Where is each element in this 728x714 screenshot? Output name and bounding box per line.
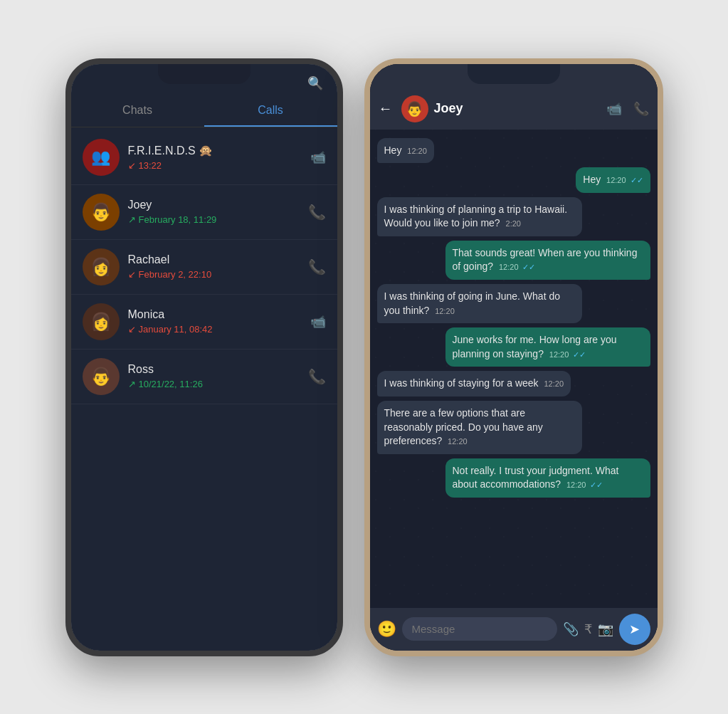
send-button[interactable]: ➤: [619, 614, 650, 645]
avatar-monica: 👩: [83, 303, 120, 340]
call-info-monica: Monica ↙ January 11, 08:42: [128, 308, 302, 335]
chat-input-bar: 🙂 📎 ₹ 📷 ➤: [370, 608, 658, 651]
msg-1: Hey 12:20: [377, 138, 434, 164]
right-phone: ← 👨 Joey 📹 📞 Hey 12:20 Hey 12:20 ✓✓: [364, 58, 663, 656]
call-item-friends[interactable]: 👥 F.R.I.E.N.D.S 🙊 ↙ 13:22 📹: [71, 130, 337, 185]
rupee-icon[interactable]: ₹: [584, 621, 592, 637]
chat-screen: ← 👨 Joey 📹 📞 Hey 12:20 Hey 12:20 ✓✓: [370, 64, 658, 651]
phone-call-icon-rachael[interactable]: 📞: [308, 258, 326, 275]
call-info-ross: Ross ↗ 10/21/22, 11:26: [128, 363, 300, 389]
msg-5-time: 12:20: [435, 307, 455, 315]
call-item-rachael[interactable]: 👩 Rachael ↙ February 2, 22:10 📞: [71, 240, 337, 295]
message-input[interactable]: [402, 617, 557, 641]
msg-7: I was thinking of staying for a week 12:…: [377, 371, 571, 397]
tabs-row: Chats Calls: [71, 95, 337, 127]
call-name-friends: F.R.I.E.N.D.S 🙊: [128, 144, 302, 157]
notch-left: [158, 64, 250, 84]
call-time-friends: 13:22: [139, 160, 162, 171]
search-icon[interactable]: 🔍: [307, 75, 323, 91]
msg-6: June works for me. How long are you plan…: [445, 327, 650, 367]
call-info-friends: F.R.I.E.N.D.S 🙊 ↙ 13:22: [128, 144, 302, 171]
msg-2-time: 12:20: [606, 176, 626, 184]
call-detail-joey: ↗ February 18, 11:29: [128, 214, 300, 225]
phone-call-header-icon[interactable]: 📞: [633, 101, 649, 117]
calls-list: 👥 F.R.I.E.N.D.S 🙊 ↙ 13:22 📹 👨 Joey: [71, 130, 337, 651]
msg-6-check: ✓✓: [573, 350, 586, 359]
chat-header-actions: 📹 📞: [606, 101, 649, 117]
phone-call-icon-joey[interactable]: 📞: [308, 204, 326, 221]
msg-9: Not really. I trust your judgment. What …: [445, 458, 650, 498]
msg-1-text: Hey: [384, 145, 402, 156]
tab-calls[interactable]: Calls: [204, 95, 337, 127]
msg-2: Hey 12:20 ✓✓: [576, 167, 650, 193]
msg-8: There are a few options that are reasona…: [377, 401, 582, 454]
msg-9-check: ✓✓: [590, 481, 603, 489]
outgoing-arrow-joey: ↗: [128, 214, 136, 225]
call-item-joey[interactable]: 👨 Joey ↗ February 18, 11:29 📞: [71, 185, 337, 240]
chat-header-avatar: 👨: [401, 95, 428, 122]
avatar-ross: 👨: [83, 358, 120, 395]
messages-area: Hey 12:20 Hey 12:20 ✓✓ I was thinking of…: [370, 130, 658, 608]
emoji-button[interactable]: 🙂: [377, 620, 396, 639]
tab-chats[interactable]: Chats: [71, 95, 204, 127]
msg-4-check: ✓✓: [522, 263, 535, 271]
avatar-friends: 👥: [83, 139, 120, 176]
msg-3: I was thinking of planning a trip to Haw…: [377, 197, 582, 236]
missed-arrow-friends: ↙: [128, 160, 136, 171]
video-call-header-icon[interactable]: 📹: [606, 101, 622, 117]
missed-arrow-rachael: ↙: [128, 269, 136, 280]
avatar-rachael: 👩: [83, 248, 120, 285]
video-call-icon-monica[interactable]: 📹: [310, 314, 326, 330]
msg-6-time: 12:20: [549, 350, 569, 359]
call-name-rachael: Rachael: [128, 253, 300, 266]
msg-4: That sounds great! When are you thinking…: [445, 241, 650, 280]
call-time-ross: 10/21/22, 11:26: [139, 379, 203, 389]
call-detail-ross: ↗ 10/21/22, 11:26: [128, 379, 300, 389]
call-item-ross[interactable]: 👨 Ross ↗ 10/21/22, 11:26 📞: [71, 350, 337, 404]
msg-4-time: 12:20: [499, 263, 519, 271]
msg-2-check: ✓✓: [631, 176, 643, 184]
call-info-joey: Joey ↗ February 18, 11:29: [128, 199, 300, 225]
msg-5: I was thinking of going in June. What do…: [377, 284, 582, 323]
calls-screen: 🔍 Chats Calls 👥 F.R.I.E.N.D.S 🙊 ↙ 13:22: [71, 64, 337, 651]
call-detail-friends: ↙ 13:22: [128, 160, 302, 171]
video-call-icon-friends[interactable]: 📹: [310, 149, 326, 165]
camera-icon[interactable]: 📷: [598, 621, 613, 637]
msg-3-text: I was thinking of planning a trip to Haw…: [384, 204, 568, 229]
notch-right: [468, 64, 560, 84]
msg-7-text: I was thinking of staying for a week: [384, 377, 539, 389]
msg-3-time: 2:20: [506, 219, 521, 228]
chat-contact-name: Joey: [434, 101, 601, 116]
msg-1-time: 12:20: [407, 147, 427, 155]
attach-icon[interactable]: 📎: [563, 621, 579, 637]
phone-call-icon-ross[interactable]: 📞: [308, 368, 326, 385]
missed-arrow-monica: ↙: [128, 324, 136, 335]
outgoing-arrow-ross: ↗: [128, 379, 136, 389]
call-name-ross: Ross: [128, 363, 300, 376]
msg-6-text: June works for me. How long are you plan…: [453, 334, 617, 359]
msg-7-time: 12:20: [544, 379, 564, 388]
call-name-monica: Monica: [128, 308, 302, 321]
msg-2-text: Hey: [583, 174, 601, 185]
call-info-rachael: Rachael ↙ February 2, 22:10: [128, 253, 300, 280]
back-button[interactable]: ←: [379, 100, 393, 117]
msg-5-text: I was thinking of going in June. What do…: [384, 290, 560, 316]
call-time-rachael: February 2, 22:10: [139, 269, 212, 280]
left-phone: 🔍 Chats Calls 👥 F.R.I.E.N.D.S 🙊 ↙ 13:22: [65, 58, 343, 656]
call-detail-monica: ↙ January 11, 08:42: [128, 324, 302, 335]
msg-4-text: That sounds great! When are you thinking…: [453, 247, 638, 273]
call-time-monica: January 11, 08:42: [139, 324, 213, 335]
msg-8-time: 12:20: [448, 437, 468, 446]
call-detail-rachael: ↙ February 2, 22:10: [128, 269, 300, 280]
call-item-monica[interactable]: 👩 Monica ↙ January 11, 08:42 📹: [71, 295, 337, 350]
call-name-joey: Joey: [128, 199, 300, 211]
msg-9-time: 12:20: [566, 481, 586, 489]
avatar-joey: 👨: [83, 194, 120, 231]
call-time-joey: February 18, 11:29: [139, 214, 217, 225]
